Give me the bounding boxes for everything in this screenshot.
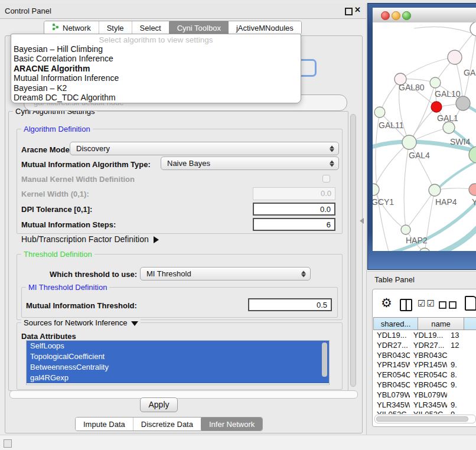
tab-style[interactable]: Style — [99, 21, 132, 34]
node-label-GAL4: GAL4 — [409, 151, 430, 160]
table-horizontal-scrollbar[interactable] — [374, 415, 476, 423]
node-GAL4[interactable] — [402, 135, 416, 149]
node-outline-top[interactable] — [470, 22, 476, 36]
node-salmon[interactable] — [469, 184, 476, 195]
tab-select[interactable]: Select — [132, 21, 169, 34]
node-bottom[interactable] — [419, 248, 430, 251]
minimize-traffic-light-icon[interactable] — [392, 11, 400, 20]
table-column-header[interactable] — [464, 317, 476, 330]
which-threshold-combo[interactable]: MI Threshold — [140, 267, 311, 281]
node-GAL11[interactable] — [374, 107, 385, 118]
node-label-GAL80: GAL80 — [399, 83, 425, 92]
sources-legend[interactable]: Sources for Network Inference — [21, 318, 141, 327]
manual-kernel-checkbox[interactable] — [322, 175, 330, 182]
apply-button[interactable]: Apply — [140, 397, 178, 412]
tab-network-label: Network — [63, 24, 91, 32]
table-row[interactable]: YLR345WYLR345W9. — [373, 400, 476, 410]
columns-icon[interactable] — [400, 299, 412, 311]
close-icon[interactable]: ✕ — [354, 5, 361, 14]
which-threshold-value: MI Threshold — [146, 269, 191, 278]
node-GAL1[interactable] — [431, 102, 442, 112]
network-edge — [406, 190, 435, 230]
tab-network[interactable]: Network — [44, 21, 99, 34]
zoom-traffic-light-icon[interactable] — [402, 11, 411, 20]
expander-arrow-icon — [154, 236, 159, 243]
corner-grip-icon[interactable] — [4, 439, 12, 448]
mi-steps-field[interactable]: 6 — [253, 218, 335, 231]
splitter-collapse-icon[interactable] — [360, 218, 364, 224]
table-cell: YBL079W — [373, 390, 410, 400]
settings-horizontal-scrollbar[interactable] — [9, 390, 358, 399]
gear-icon[interactable]: ⚙ — [381, 296, 392, 310]
table-cell: YBR043C — [410, 351, 447, 361]
kernel-width-label: Kernel Width (0,1): — [21, 190, 89, 198]
tab-impute-data[interactable]: Impute Data — [76, 418, 133, 431]
table-column-header[interactable]: name — [418, 317, 464, 330]
tab-cyni-toolbox[interactable]: Cyni Toolbox — [169, 21, 229, 35]
table-header-row: shared...name — [373, 317, 476, 330]
table-cell: 9 — [447, 410, 476, 414]
node-HAP2[interactable] — [401, 225, 410, 234]
table-cell: YBR043C — [373, 351, 410, 361]
mi-threshold-label: Mutual Information Threshold: — [26, 301, 137, 310]
network-canvas[interactable]: GALGAL80GAL10GAL1GAL11SWI4GAL4GCY1HAP4YH… — [373, 22, 476, 251]
mi-threshold-field[interactable]: 0.5 — [248, 298, 332, 311]
select-all-checkboxes-icon[interactable]: ☑☑ — [418, 298, 436, 309]
table-row[interactable]: YIL052CYIL052C9 — [373, 410, 476, 414]
data-attributes-label: Data Attributes — [21, 332, 76, 341]
network-edge — [373, 190, 406, 230]
table-row[interactable]: YBL079WYBL079W — [373, 390, 476, 400]
document-icon[interactable] — [465, 296, 476, 311]
network-edge — [400, 57, 455, 79]
algorithm-option[interactable]: Mutual Information Inference — [11, 73, 301, 83]
scrollbar-thumb[interactable] — [376, 416, 468, 422]
node-pink[interactable] — [448, 50, 462, 64]
table-row[interactable]: YDR27...YDR27...12 — [373, 341, 476, 351]
table-row[interactable]: YER054CYER054C8. — [373, 370, 476, 380]
data-attributes-list[interactable]: SelfLoopsTopologicalCoefficientBetweenne… — [26, 340, 330, 385]
table-cell — [447, 390, 476, 400]
table-panel-divider — [366, 271, 476, 272]
scrollbar-thumb[interactable] — [350, 114, 356, 387]
attribute-list-item[interactable]: gal4RGexp — [27, 373, 329, 383]
tab-discretize-data[interactable]: Discretize Data — [133, 418, 201, 431]
table-row[interactable]: YPR145WYPR145W9. — [373, 360, 476, 370]
attribute-list-item[interactable]: TopologicalCoefficient — [27, 351, 329, 362]
table-row[interactable]: YBR045CYBR045C9. — [373, 380, 476, 390]
kernel-width-field[interactable]: 0.0 — [253, 187, 335, 200]
algorithm-option[interactable]: Bayesian – K2 — [11, 83, 301, 93]
mi-threshold-definition-legend: MI Threshold Definition — [26, 283, 109, 292]
unselect-checkbox-icon[interactable] — [439, 301, 446, 309]
unselect-checkbox-icon[interactable] — [449, 301, 457, 309]
cyni-bottom-tabs: Impute Data Discretize Data Infer Networ… — [75, 417, 263, 431]
collapse-arrow-icon — [131, 321, 138, 326]
network-edge-teal — [436, 222, 476, 251]
close-traffic-light-icon[interactable] — [381, 11, 390, 20]
attribute-list-item[interactable]: SelfLoops — [27, 341, 329, 351]
algorithm-option[interactable]: Bayesian – Hill Climbing — [11, 44, 301, 54]
table-row[interactable]: YBR043CYBR043C — [373, 351, 476, 361]
algorithm-option[interactable]: Dream8 DC_TDC Algorithm — [11, 93, 301, 102]
algorithm-option[interactable]: Basic Correlation Inference — [11, 54, 301, 63]
algorithm-option[interactable]: ARACNE Algorithm — [11, 64, 301, 73]
node-GAL10[interactable] — [430, 77, 441, 88]
aracne-mode-combo[interactable]: Discovery — [70, 142, 339, 155]
table-column-header[interactable]: shared... — [373, 317, 418, 330]
table-cell — [447, 351, 476, 361]
network-window-titlebar[interactable] — [373, 8, 476, 23]
node-label-GAL10: GAL10 — [435, 89, 461, 99]
dpi-tolerance-field[interactable]: 0.0 — [253, 203, 335, 216]
aracne-mode-label: Aracne Mode: — [21, 145, 72, 154]
node-mid-green[interactable] — [443, 122, 455, 133]
attributes-list-scrollbar[interactable] — [322, 343, 327, 377]
node-HAP4[interactable] — [429, 184, 441, 196]
hub-definition-expander[interactable]: Hub/Transcription Factor Definition — [21, 234, 159, 244]
settings-vertical-scrollbar[interactable] — [350, 112, 357, 390]
mi-type-combo[interactable]: Naive Bayes — [161, 156, 339, 170]
tab-infer-network[interactable]: Infer Network — [201, 417, 263, 431]
node-GCY1[interactable] — [373, 184, 379, 195]
attribute-list-item[interactable]: BetweennessCentrality — [27, 362, 329, 373]
tab-jactivemnodules[interactable]: jActiveMNodules — [229, 21, 301, 34]
float-window-icon[interactable] — [345, 8, 353, 15]
table-row[interactable]: YDL19...YDL19...13 — [373, 331, 476, 341]
